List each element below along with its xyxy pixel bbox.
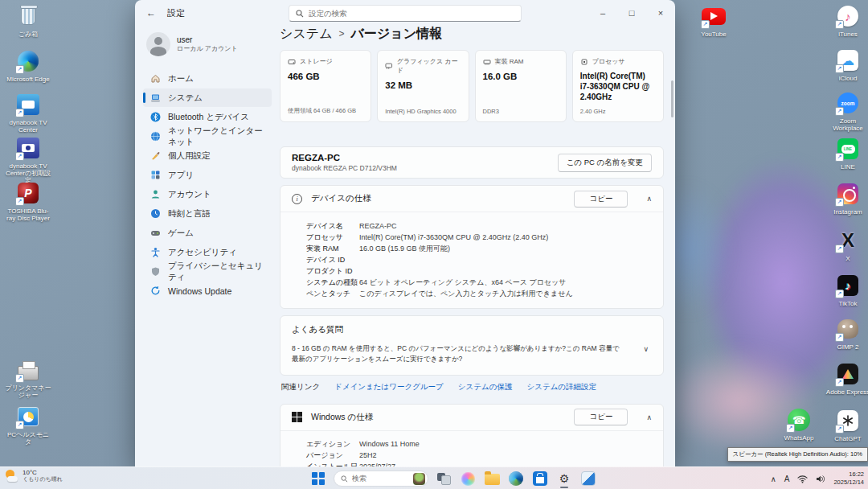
desktop-icon-health-monitor[interactable]: PCヘルスモニタ <box>5 404 51 446</box>
sidebar-item-home[interactable]: ホーム <box>143 69 272 88</box>
window-title: 設定 <box>167 7 185 19</box>
scrollbar[interactable] <box>671 80 674 117</box>
clock-icon <box>149 208 161 220</box>
desktop-icon-tv-center-setup[interactable]: dynabook TV Centerの初期設定 <box>5 135 51 185</box>
back-button[interactable]: ← <box>146 7 156 18</box>
desktop-icon-tv-center[interactable]: dynabook TV Center <box>5 92 51 134</box>
desktop-icon-chatgpt[interactable]: ChatGPT <box>825 408 868 442</box>
speaker-icon[interactable] <box>816 475 825 483</box>
desktop-icon-youtube[interactable]: YouTube <box>688 3 739 38</box>
desktop-icon-printer-manager[interactable]: プリンタマネージャー <box>5 357 51 399</box>
desktop-icon-itunes[interactable]: ♪ iTunes <box>825 3 868 38</box>
sidebar-item-label: アクセシビリティ <box>168 247 237 258</box>
sidebar-item-bluetooth-devices[interactable]: Bluetooth とデバイス <box>143 108 272 126</box>
section-title: Windows の仕様 <box>311 412 373 423</box>
breadcrumb-system[interactable]: システム <box>280 26 333 42</box>
desktop-icon-label: Zoom Workplace <box>825 117 868 132</box>
itunes-icon: ♪ <box>835 3 861 29</box>
hidden-icons-chevron[interactable]: ∧ <box>771 475 776 483</box>
desktop-icon-label: GIMP 2 <box>825 343 868 351</box>
desktop-icon-instagram[interactable]: Instagram <box>825 181 868 216</box>
settings-search-input[interactable] <box>309 9 514 18</box>
sidebar-item-label: ゲーム <box>168 228 194 239</box>
user-account-block[interactable]: user ローカル アカウント <box>146 32 272 56</box>
ime-indicator[interactable]: A <box>784 475 790 483</box>
link-domain-workgroup[interactable]: ドメインまたはワークグループ <box>334 382 444 392</box>
sidebar-item-gaming[interactable]: ゲーム <box>143 224 272 242</box>
card-sub: DDR3 <box>483 108 559 115</box>
windows-spec-header[interactable]: Windows の仕様 コピー ∧ <box>280 405 663 430</box>
printer-icon <box>15 357 41 383</box>
card-sub: 2.40 GHz <box>580 108 656 115</box>
chevron-down-icon[interactable]: ∨ <box>643 345 649 353</box>
chevron-up-icon[interactable]: ∧ <box>646 195 652 203</box>
sidebar-item-system[interactable]: システム <box>143 88 272 107</box>
weather-widget[interactable]: 10°C くもりのち晴れ <box>5 469 63 483</box>
sidebar-item-personalization[interactable]: 個人用設定 <box>143 146 272 165</box>
desktop-icon-whatsapp[interactable]: ☎ WhatsApp <box>776 407 821 442</box>
settings-taskbar-button[interactable]: ⚙ <box>555 470 573 487</box>
spec-row: バージョン25H2 <box>306 451 663 460</box>
x-icon: X <box>835 228 861 253</box>
desktop-icon-icloud[interactable]: ☁ iCloud <box>825 47 868 82</box>
minimize-button[interactable]: – <box>588 0 617 26</box>
maximize-button[interactable]: □ <box>617 0 646 26</box>
user-name: user <box>177 35 238 44</box>
desktop-icon-x[interactable]: X X <box>825 228 868 262</box>
spec-value: 64 ビット オペレーティング システム、x64 ベース プロセッサ <box>359 278 566 287</box>
desktop-icon-zoom[interactable]: zoom Zoom Workplace <box>825 90 868 132</box>
shield-icon <box>149 266 161 277</box>
sidebar-item-accounts[interactable]: アカウント <box>143 185 272 203</box>
copy-button[interactable]: コピー <box>574 409 628 425</box>
clock[interactable]: 16:22 2025/12/14 <box>833 471 864 487</box>
sidebar-item-windows-update[interactable]: Windows Update <box>143 281 272 300</box>
settings-search-box[interactable] <box>289 5 522 22</box>
pinned-app-button[interactable] <box>579 470 597 487</box>
spec-label: ペンとタッチ <box>306 290 359 298</box>
card-title: 実装 RAM <box>495 57 524 66</box>
taskbar-search-input[interactable] <box>352 475 400 483</box>
file-explorer-button[interactable] <box>483 470 501 487</box>
sidebar-item-accessibility[interactable]: アクセシビリティ <box>143 243 272 261</box>
sidebar-item-network-internet[interactable]: ネットワークとインターネット <box>143 127 272 146</box>
desktop-icon-tiktok[interactable]: ♪ TikTok <box>825 273 868 307</box>
card-title: プロセッサ <box>592 57 625 66</box>
link-system-protection[interactable]: システムの保護 <box>458 382 513 392</box>
wifi-icon[interactable] <box>797 475 808 483</box>
taskbar: 10°C くもりのち晴れ ⚙ ∧ A 16:22 <box>0 466 868 489</box>
speaker-tooltip: スピーカー (Realtek High Definition Audio): 1… <box>727 447 868 462</box>
desktop-icon-line[interactable]: LINE LINE <box>825 136 868 171</box>
active-app-indicator <box>560 487 568 488</box>
desktop-icon-label: Microsoft Edge <box>5 76 51 83</box>
apps-grid-icon <box>149 170 161 181</box>
device-spec-header[interactable]: i デバイスの仕様 コピー ∧ <box>280 186 663 212</box>
taskbar-search-box[interactable] <box>334 471 428 487</box>
close-button[interactable]: × <box>646 0 675 26</box>
desktop-icon-adobe-express[interactable]: Adobe Express <box>825 361 868 396</box>
start-button[interactable] <box>309 470 327 487</box>
link-advanced-system-settings[interactable]: システムの詳細設定 <box>526 382 596 392</box>
sidebar-item-time-language[interactable]: 時刻と言語 <box>143 204 272 223</box>
chevron-up-icon[interactable]: ∧ <box>646 413 652 421</box>
edge-button[interactable] <box>507 470 525 487</box>
desktop-icon-bluray-player[interactable]: P TOSHIBA Blu-ray Disc Player <box>5 180 51 222</box>
spec-row: ペンとタッチこのディスプレイでは、ペン入力とタッチ入力は利用できません <box>306 290 663 298</box>
gear-icon: ⚙ <box>559 473 570 484</box>
sidebar-item-label: ネットワークとインターネット <box>168 125 265 148</box>
desktop-icon-recycle-bin[interactable]: ごみ箱 <box>5 3 51 38</box>
task-view-button[interactable] <box>435 470 452 487</box>
card-sub: Intel(R) HD Graphics 4000 <box>385 108 461 115</box>
copilot-button[interactable] <box>459 470 477 487</box>
copy-button[interactable]: コピー <box>574 191 628 208</box>
desktop-icon-edge[interactable]: Microsoft Edge <box>5 48 51 83</box>
rename-pc-button[interactable]: この PC の名前を変更 <box>558 154 652 172</box>
pie-chart-icon <box>15 404 41 429</box>
faq-question[interactable]: 8 - 16 GB の RAM を使用すると、PC のパフォーマンスにどのような… <box>292 343 652 364</box>
desktop-icon-gimp[interactable]: GIMP 2 <box>825 316 868 351</box>
sidebar-item-label: 時刻と言語 <box>168 208 211 220</box>
device-name-panel: REGZA-PC dynabook REGZA PC D712/V3HM この … <box>280 146 664 179</box>
spec-label: プロダクト ID <box>306 267 359 276</box>
sidebar-item-apps[interactable]: アプリ <box>143 166 272 184</box>
microsoft-store-button[interactable] <box>531 470 549 487</box>
sidebar-item-privacy-security[interactable]: プライバシーとセキュリティ <box>143 262 272 281</box>
